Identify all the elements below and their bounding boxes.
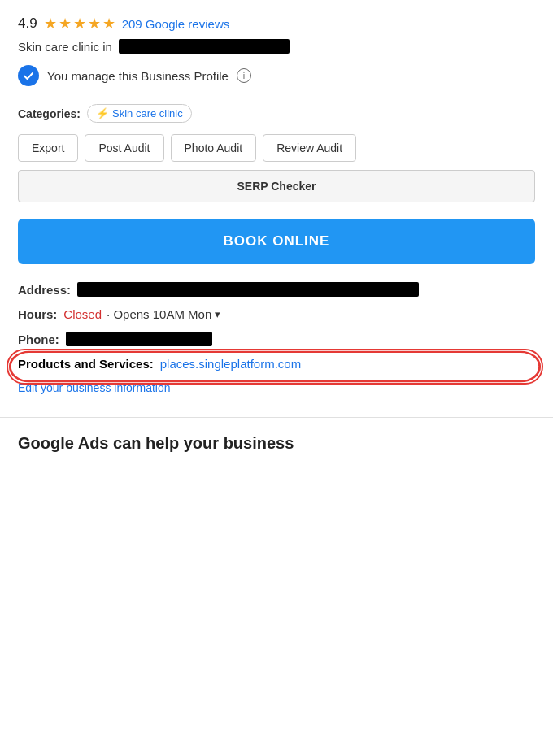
products-row: Products and Services: places.singleplat… xyxy=(18,357,535,371)
star-3: ★ xyxy=(73,15,86,33)
star-4: ★ xyxy=(88,15,101,33)
post-audit-button[interactable]: Post Audit xyxy=(85,134,163,162)
star-1: ★ xyxy=(44,15,57,33)
verified-badge-icon xyxy=(18,65,39,86)
manage-info-icon[interactable]: i xyxy=(237,68,251,83)
google-ads-section: Google Ads can help your business xyxy=(0,434,553,453)
audit-buttons-row: Export Post Audit Photo Audit Review Aud… xyxy=(18,134,535,162)
phone-row: Phone: xyxy=(18,332,535,346)
manage-profile-row: You manage this Business Profile i xyxy=(18,65,535,86)
hours-status: Closed xyxy=(63,307,102,321)
categories-row: Categories: ⚡ Skin care clinic xyxy=(18,104,535,123)
edit-business-link[interactable]: Edit your business information xyxy=(18,381,535,394)
categories-label: Categories: xyxy=(18,107,81,120)
address-label: Address: xyxy=(18,283,71,297)
star-2: ★ xyxy=(59,15,72,33)
info-rows: Address: Hours: Closed · Opens 10AM Mon … xyxy=(18,282,535,371)
star-rating: ★ ★ ★ ★ ★ xyxy=(44,15,115,33)
review-audit-button[interactable]: Review Audit xyxy=(263,134,356,162)
category-tag[interactable]: ⚡ Skin care clinic xyxy=(87,104,192,123)
book-online-button[interactable]: BOOK ONLINE xyxy=(18,219,535,264)
hours-label: Hours: xyxy=(18,307,57,321)
business-type-label: Skin care clinic in xyxy=(18,40,112,54)
serp-checker-button[interactable]: SERP Checker xyxy=(18,170,535,202)
category-name: Skin care clinic xyxy=(112,107,183,119)
phone-label: Phone: xyxy=(18,332,59,346)
photo-audit-button[interactable]: Photo Audit xyxy=(171,134,257,162)
manage-profile-text: You manage this Business Profile xyxy=(47,69,229,83)
hours-chevron-icon[interactable]: ▾ xyxy=(215,308,220,320)
export-button[interactable]: Export xyxy=(18,134,78,162)
rating-row: 4.9 ★ ★ ★ ★ ★ 209 Google reviews xyxy=(18,15,535,33)
checkmark-icon xyxy=(22,69,35,82)
address-row: Address: xyxy=(18,282,535,297)
hours-row: Hours: Closed · Opens 10AM Mon ▾ xyxy=(18,307,535,321)
phone-value-redacted xyxy=(66,332,212,346)
business-location-redacted xyxy=(119,39,290,54)
google-ads-title: Google Ads can help your business xyxy=(18,434,535,453)
reviews-link[interactable]: 209 Google reviews xyxy=(122,17,230,31)
products-link[interactable]: places.singleplatform.com xyxy=(160,357,301,371)
products-label: Products and Services: xyxy=(18,357,154,371)
rating-score: 4.9 xyxy=(18,15,37,32)
business-type-row: Skin care clinic in xyxy=(18,39,535,54)
address-value-redacted xyxy=(77,282,419,297)
star-5: ★ xyxy=(102,15,115,33)
section-divider xyxy=(0,417,553,418)
lightning-icon: ⚡ xyxy=(96,107,109,119)
hours-detail: · Opens 10AM Mon xyxy=(107,307,211,321)
